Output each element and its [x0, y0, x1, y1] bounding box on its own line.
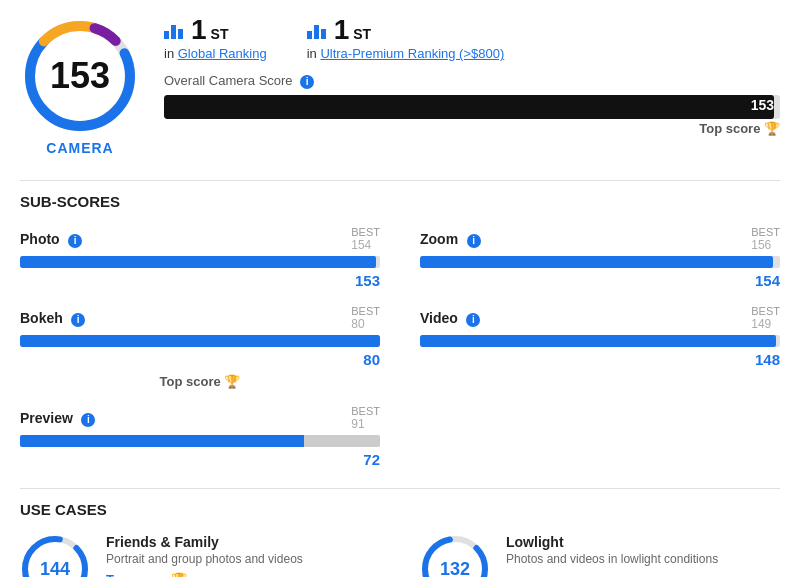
bokeh-bar-track [20, 335, 380, 347]
sub-scores-grid: Photo i BEST154 153 Zoom i BEST156 [20, 226, 780, 468]
overall-bar-value: 153 [751, 97, 780, 113]
overall-bar-track [164, 95, 780, 119]
global-rank-number: 1 [191, 16, 207, 44]
friends-desc: Portrait and group photos and videos [106, 552, 380, 566]
lowlight-name: Lowlight [506, 534, 780, 550]
rank-top-ultra: 1 ST [307, 16, 505, 44]
global-rank-in: in [164, 46, 174, 61]
preview-info-icon[interactable]: i [81, 413, 95, 427]
score-circle-container: 153 CAMERA [20, 16, 140, 156]
friends-value: 144 [40, 559, 70, 578]
sub-score-video: Video i BEST149 148 [420, 305, 780, 389]
ranking-row: 1 ST in Global Ranking 1 ST [164, 16, 780, 61]
lowlight-info: Lowlight Photos and videos in lowlight c… [506, 534, 780, 566]
sub-score-preview: Preview i BEST91 72 [20, 405, 380, 468]
bokeh-value: 80 [363, 351, 380, 368]
bar-chart-icon-ultra [307, 25, 326, 39]
bokeh-info-icon[interactable]: i [71, 313, 85, 327]
preview-bar-gray [304, 435, 380, 447]
overall-score-section: Overall Camera Score i 153 Top score 🏆 [164, 73, 780, 136]
lowlight-desc: Photos and videos in lowlight conditions [506, 552, 780, 566]
photo-bar-track [20, 256, 380, 268]
overall-bar-fill [164, 95, 774, 119]
overall-info-icon[interactable]: i [300, 75, 314, 89]
camera-label: CAMERA [20, 140, 140, 156]
bar-chart-icon [164, 25, 183, 39]
score-inner: 153 [50, 58, 110, 94]
overall-bar-container: 153 [164, 95, 780, 119]
overall-top-score: Top score 🏆 [164, 121, 780, 136]
zoom-value: 154 [755, 272, 780, 289]
ultra-rank-link[interactable]: Ultra-Premium Ranking (>$800) [320, 46, 504, 61]
sub-score-name-zoom: Zoom i [420, 230, 481, 248]
ultra-ranking: 1 ST in Ultra-Premium Ranking (>$800) [307, 16, 505, 61]
preview-value: 72 [363, 451, 380, 468]
photo-info-icon[interactable]: i [68, 234, 82, 248]
sub-scores-title: SUB-SCORES [20, 180, 780, 210]
global-rank-desc: in Global Ranking [164, 46, 267, 61]
sub-score-name-preview: Preview i [20, 409, 95, 427]
zoom-info-icon[interactable]: i [467, 234, 481, 248]
preview-bar-blue [20, 435, 304, 447]
sub-score-name-photo: Photo i [20, 230, 82, 248]
use-cases-title: USE CASES [20, 488, 780, 518]
ultra-rank-in: in [307, 46, 317, 61]
lowlight-value: 132 [440, 559, 470, 578]
friends-info: Friends & Family Portrait and group phot… [106, 534, 380, 577]
use-case-lowlight: 132 Lowlight Photos and videos in lowlig… [420, 534, 780, 577]
sub-score-zoom: Zoom i BEST156 154 [420, 226, 780, 289]
global-rank-link[interactable]: Global Ranking [178, 46, 267, 61]
rankings-section: 1 ST in Global Ranking 1 ST [164, 16, 780, 136]
overall-label: Overall Camera Score i [164, 73, 780, 89]
zoom-bar-fill [420, 256, 773, 268]
ultra-rank-desc: in Ultra-Premium Ranking (>$800) [307, 46, 505, 61]
sub-score-photo: Photo i BEST154 153 [20, 226, 380, 289]
sub-score-name-bokeh: Bokeh i [20, 309, 85, 327]
header-section: 153 CAMERA 1 ST in Global R [20, 16, 780, 156]
global-rank-suffix: ST [211, 26, 229, 42]
score-circle: 153 [20, 16, 140, 136]
ultra-rank-number: 1 [334, 16, 350, 44]
friends-name: Friends & Family [106, 534, 380, 550]
video-info-icon[interactable]: i [466, 313, 480, 327]
bokeh-top-score: Top score 🏆 [20, 374, 380, 389]
video-value: 148 [755, 351, 780, 368]
friends-top-score: Top score 🏆 [106, 572, 380, 577]
ultra-rank-suffix: ST [353, 26, 371, 42]
friends-circle: 144 [20, 534, 90, 577]
preview-bar-track [20, 435, 380, 447]
main-score: 153 [50, 58, 110, 94]
photo-value: 153 [355, 272, 380, 289]
lowlight-circle: 132 [420, 534, 490, 577]
sub-score-bokeh: Bokeh i BEST80 80 Top score 🏆 [20, 305, 380, 389]
video-bar-fill [420, 335, 776, 347]
photo-bar-fill [20, 256, 376, 268]
sub-score-name-video: Video i [420, 309, 480, 327]
use-case-friends: 144 Friends & Family Portrait and group … [20, 534, 380, 577]
use-cases-grid: 144 Friends & Family Portrait and group … [20, 534, 780, 577]
global-ranking: 1 ST in Global Ranking [164, 16, 267, 61]
rank-top-global: 1 ST [164, 16, 267, 44]
zoom-bar-track [420, 256, 780, 268]
video-bar-track [420, 335, 780, 347]
bokeh-bar-fill [20, 335, 380, 347]
